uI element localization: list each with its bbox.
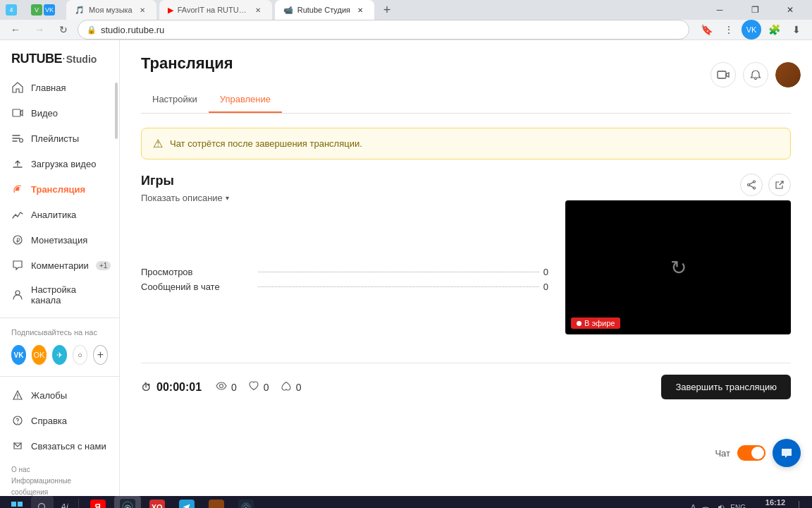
sound-icon[interactable] [715,501,727,508]
lock-icon: 🔒 [87,25,97,35]
sidebar: RUTUBE · Studio Главная [0,40,120,496]
taskbar-item-yandex[interactable]: Я [85,496,111,508]
show-desktop-button[interactable] [789,496,806,508]
chat-bubble-button[interactable] [773,439,801,467]
tab-control[interactable]: Управление [209,87,282,113]
stat-views-value: 0 [543,267,548,277]
back-button[interactable]: ← [6,20,25,40]
taskbar-item-telegram[interactable] [173,496,200,508]
svg-point-16 [220,385,223,388]
sidebar-item-monetization[interactable]: ₽ Монетизация [0,227,119,253]
tab-settings[interactable]: Настройки [141,87,209,113]
sidebar-item-video[interactable]: Видео [0,100,119,126]
ai-button[interactable]: Ai [56,502,73,508]
app1-icon [209,500,224,508]
footer-link-info[interactable]: Информационные сообщения [11,476,108,496]
tab-rutube-studio[interactable]: 📹 Rutube Студия ✕ [275,0,374,20]
sidebar-item-analytics[interactable]: Аналитика [0,202,119,227]
live-text: В эфире [584,319,615,327]
video-top-actions [565,174,791,196]
extensions-button[interactable]: 🧩 [764,20,784,40]
upload-icon [11,157,24,170]
end-stream-button[interactable]: Завершить трансляцию [661,375,791,399]
svg-point-6 [17,397,18,399]
avatar[interactable] [775,62,801,87]
yandex-icon: Я [90,500,106,508]
tab-close-3[interactable]: ✕ [355,4,366,16]
start-button[interactable] [6,496,28,508]
taskbar-item-xo[interactable]: XO [144,496,171,508]
comments-badge: +1 [96,261,111,270]
taskbar: Ai Я XO [0,496,812,508]
camera-button[interactable] [710,62,736,87]
tg-social-icon[interactable]: ✈ [52,345,67,365]
show-description-button[interactable]: Показать описание ▾ [141,193,548,203]
close-button[interactable]: ✕ [774,0,806,20]
stream-left: Игры Показать описание ▾ Просмотров 0 [141,174,548,334]
share-button[interactable] [740,174,763,196]
address-bar[interactable]: 🔒 studio.rutube.ru [78,20,689,40]
network-icon[interactable] [699,501,712,508]
tab-favorit[interactable]: ▶ FAvorIT на RUTUBE: 2 ви... ✕ [159,0,272,20]
sidebar-item-help[interactable]: Справка [0,408,119,433]
dislikes-count: 0 [281,380,302,394]
monetization-icon: ₽ [11,234,24,246]
sidebar-item-channel-settings[interactable]: Настройка канала [0,278,119,312]
spacer [18,4,30,16]
svg-point-21 [39,504,45,509]
bookmark-button[interactable]: 🔖 [696,20,716,40]
tab-close-2[interactable]: ✕ [252,4,264,16]
tray-arrow[interactable]: ⋀ [690,503,696,509]
taskbar-search[interactable] [31,496,54,508]
svg-line-15 [780,181,783,185]
tab-close-1[interactable]: ✕ [137,4,148,16]
notifications-button[interactable] [743,62,768,87]
chat-toggle-area: Чат [715,439,801,467]
footer-link-about[interactable]: О нас [11,464,108,476]
ok-social-icon[interactable]: OK [32,345,47,365]
sidebar-item-complaints[interactable]: Жалобы [0,382,119,408]
minimize-button[interactable]: ─ [703,0,736,20]
taskbar-item-app2[interactable] [233,496,259,508]
svg-line-14 [749,186,753,188]
external-link-button[interactable] [768,174,791,196]
new-tab-button[interactable]: + [377,0,397,20]
logo-studio: Studio [66,54,97,65]
sidebar-item-playlists[interactable]: Плейлисты [0,126,119,151]
live-badge: В эфире [571,318,620,329]
vk-social-icon[interactable]: VK [11,345,26,365]
svg-rect-18 [18,502,23,507]
sidebar-item-upload[interactable]: Загрузка видео [0,151,119,176]
sidebar-item-home[interactable]: Главная [0,75,119,100]
main-content: Трансляция Настройки Управление ⚠ Чат со… [120,40,812,496]
sidebar-item-contact[interactable]: Связаться с нами [0,433,119,459]
svg-point-5 [16,291,20,295]
more-button[interactable]: ⋮ [719,20,739,40]
chat-toggle[interactable] [737,445,765,461]
taskbar-item-steam[interactable] [114,496,141,508]
download-button[interactable]: ⬇ [787,20,806,40]
stream-area: Игры Показать описание ▾ Просмотров 0 [141,174,791,334]
sidebar-item-stream[interactable]: Трансляция [0,176,119,202]
social-icons-row: VK OK ✈ ○ + [0,339,119,370]
restore-button[interactable]: ❐ [739,0,771,20]
stat-messages-label: Сообщений в чате [141,282,254,292]
video-icon [11,107,24,119]
timer-value: 00:00:01 [156,381,202,394]
svg-rect-9 [718,71,726,78]
sidebar-item-comments[interactable]: Комментарии +1 [0,253,119,278]
forward-button[interactable]: → [30,20,49,40]
refresh-button[interactable]: ↻ [54,20,73,40]
tab-music[interactable]: 🎵 Моя музыка ✕ [66,0,156,20]
page-title: Трансляция [141,54,791,73]
taskbar-item-app1[interactable] [203,496,230,508]
analytics-icon [11,208,24,221]
sidebar-divider-2 [0,376,119,377]
likes-icon [248,380,259,394]
app-body: RUTUBE · Studio Главная [0,40,812,496]
ok2-social-icon[interactable]: ○ [73,345,87,365]
vk-extension-button[interactable]: VK [742,20,761,40]
timer-icon: ⏱ [141,382,151,393]
add-social-button[interactable]: + [93,345,108,365]
stream-timer: ⏱ 00:00:01 [141,381,202,394]
